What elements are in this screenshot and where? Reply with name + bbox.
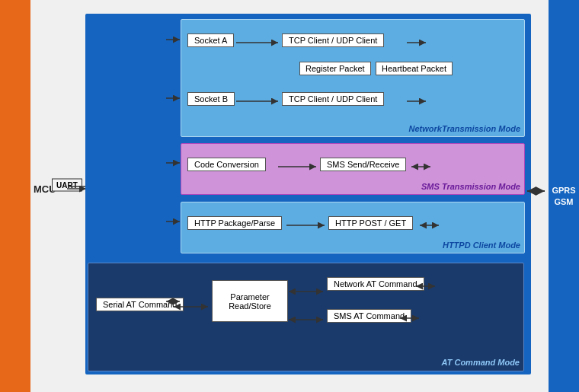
tcp-client-1-box: TCP Client / UDP Client bbox=[282, 33, 384, 47]
tcp1-right-arrow bbox=[407, 37, 430, 49]
socket-b-arrow bbox=[236, 95, 282, 107]
sms-send-receive-label: SMS Send/Receive bbox=[327, 160, 399, 169]
http-post-get-box: HTTP POST / GET bbox=[328, 216, 413, 230]
tcp-client-2-box: TCP Client / UDP Client bbox=[282, 92, 384, 106]
http-post-get-label: HTTP POST / GET bbox=[335, 218, 406, 228]
param-sms-arrow bbox=[289, 314, 327, 326]
register-packet-label: Register Packet bbox=[305, 64, 365, 73]
http-left-arrow bbox=[166, 215, 183, 228]
tcp2-right-arrow bbox=[407, 95, 430, 107]
heartbeat-packet-label: Heartbeat Packet bbox=[382, 64, 446, 73]
at-left-arrow bbox=[166, 295, 183, 308]
network-at-right-arrow bbox=[416, 280, 439, 292]
parameter-label: Parameter Read/Store bbox=[229, 292, 271, 311]
sms-send-receive-box: SMS Send/Receive bbox=[320, 158, 406, 171]
sms-right-arrow bbox=[411, 161, 434, 173]
heartbeat-packet-box: Heartbeat Packet bbox=[376, 62, 453, 75]
tcp-client-2-label: TCP Client / UDP Client bbox=[289, 94, 377, 104]
diagram-container: GPRS GSM MCU UART UART Frame Socket A bbox=[0, 0, 579, 392]
tcp-client-1-label: TCP Client / UDP Client bbox=[289, 36, 377, 45]
left-orange-bar bbox=[0, 0, 30, 392]
sms-arrow bbox=[278, 161, 320, 173]
sms-left-arrow bbox=[166, 157, 183, 169]
http-right-arrow bbox=[420, 219, 443, 231]
sms-at-label: SMS AT Command bbox=[334, 311, 405, 320]
http-mode-label: HTTPD Client Mode bbox=[443, 241, 520, 250]
sms-at-box: SMS AT Command bbox=[327, 309, 411, 323]
http-package-box: HTTP Package/Parse bbox=[187, 216, 282, 230]
parameter-box: Parameter Read/Store bbox=[212, 280, 288, 322]
gprs-dbl-arrow bbox=[526, 183, 549, 199]
network-mode-label: NetworkTransmission Mode bbox=[409, 124, 521, 133]
network-at-box: Network AT Command bbox=[327, 277, 424, 291]
code-conversion-box: Code Conversion bbox=[187, 158, 266, 171]
network-section: Socket A TCP Client / UDP Client Registe… bbox=[181, 19, 525, 137]
socket-b-box: Socket B bbox=[187, 92, 235, 106]
network-at-label: Network AT Command bbox=[334, 279, 417, 288]
param-network-arrow bbox=[289, 285, 327, 298]
http-section: HTTP Package/Parse HTTP POST / GET HTTPD… bbox=[181, 202, 525, 253]
gprs-gsm-label: GPRS GSM bbox=[550, 184, 577, 208]
socket-a-label: Socket A bbox=[194, 36, 227, 45]
sms-at-right-arrow bbox=[400, 312, 423, 324]
sms-mode-label: SMS Transmission Mode bbox=[421, 182, 520, 191]
code-conversion-label: Code Conversion bbox=[194, 160, 259, 169]
at-command-section: Serial AT Command Parameter Read/Store N… bbox=[88, 263, 524, 371]
net-left-arrow-2 bbox=[166, 92, 183, 104]
http-package-label: HTTP Package/Parse bbox=[194, 218, 275, 228]
sms-section: Code Conversion SMS Send/Receive SMS Tra… bbox=[181, 143, 525, 195]
net-left-arrow-1 bbox=[166, 33, 183, 46]
socket-b-label: Socket B bbox=[194, 94, 228, 104]
register-packet-box: Register Packet bbox=[299, 62, 371, 75]
http-arrow bbox=[286, 219, 328, 231]
at-mode-label: AT Command Mode bbox=[442, 358, 520, 367]
right-blue-bar: GPRS GSM bbox=[549, 0, 579, 392]
socket-a-box: Socket A bbox=[187, 33, 234, 47]
socket-a-arrow bbox=[236, 37, 282, 49]
